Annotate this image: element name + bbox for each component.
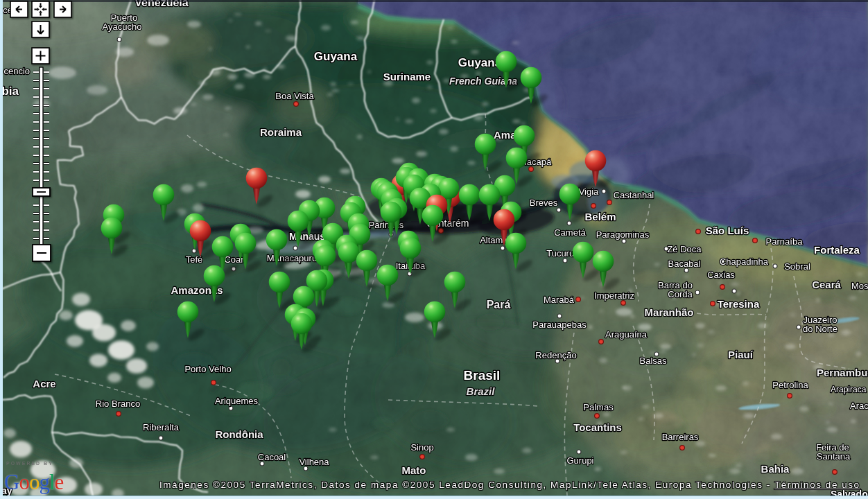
svg-text:Guyana: Guyana <box>314 50 358 63</box>
svg-text:Redenção: Redenção <box>535 350 576 360</box>
svg-text:Boa Vista: Boa Vista <box>275 91 314 101</box>
svg-text:Pernambuco: Pernambuco <box>817 367 868 378</box>
svg-text:Tucuruí: Tucuruí <box>546 248 577 259</box>
svg-text:Palmas: Palmas <box>583 402 614 412</box>
svg-text:Suriname: Suriname <box>383 71 431 82</box>
svg-text:Marabá: Marabá <box>544 295 575 305</box>
svg-text:Ariquemes: Ariquemes <box>215 396 259 406</box>
svg-text:Acre: Acre <box>33 378 55 389</box>
svg-text:Sinop: Sinop <box>410 442 433 453</box>
svg-text:Maranhão: Maranhão <box>645 306 694 318</box>
svg-text:Imperatriz: Imperatriz <box>594 290 634 301</box>
svg-text:Santana: Santana <box>817 451 851 462</box>
svg-text:Balsas: Balsas <box>639 356 667 366</box>
svg-text:Petrolina: Petrolina <box>772 380 808 390</box>
svg-text:Cacoal: Cacoal <box>258 452 286 462</box>
svg-text:Mossoró: Mossoró <box>851 281 868 291</box>
svg-text:Paragominas: Paragominas <box>596 229 650 240</box>
svg-text:Arapiraca: Arapiraca <box>831 385 867 394</box>
svg-text:Ayacucho: Ayacucho <box>103 21 142 32</box>
svg-text:Parauapebas: Parauapebas <box>532 319 587 330</box>
svg-text:Fortaleza: Fortaleza <box>814 244 860 256</box>
svg-text:Cametá: Cametá <box>554 227 586 238</box>
svg-text:Rondônia: Rondônia <box>215 428 263 440</box>
svg-text:Castanhal: Castanhal <box>614 190 654 200</box>
svg-text:São Luís: São Luís <box>706 225 749 236</box>
svg-text:Rio Branco: Rio Branco <box>96 399 140 409</box>
svg-text:Brazil: Brazil <box>467 385 496 397</box>
svg-text:Teresina: Teresina <box>718 298 760 310</box>
svg-text:Ceará: Ceará <box>812 279 841 290</box>
svg-text:Caxias: Caxias <box>707 270 735 280</box>
svg-text:Barreiras: Barreiras <box>662 432 699 442</box>
svg-text:Chapadinha: Chapadinha <box>720 256 769 267</box>
svg-text:Belém: Belém <box>584 211 616 222</box>
svg-text:Zé Doca: Zé Doca <box>667 244 702 254</box>
svg-text:do Norte: do Norte <box>803 324 837 334</box>
svg-text:Vilhena: Vilhena <box>299 457 329 467</box>
svg-text:Riberalta: Riberalta <box>143 422 180 432</box>
svg-text:Mato: Mato <box>402 464 426 476</box>
svg-text:Tocantins: Tocantins <box>573 421 622 433</box>
svg-text:Porto Velho: Porto Velho <box>184 364 231 374</box>
svg-text:Pará: Pará <box>487 299 511 310</box>
svg-text:Aracaju: Aracaju <box>850 401 868 411</box>
svg-text:Gurupi: Gurupi <box>566 455 593 466</box>
svg-text:Araguaína: Araguaína <box>605 329 648 340</box>
svg-text:Sobral: Sobral <box>784 261 810 272</box>
svg-text:Piauí: Piauí <box>728 349 754 360</box>
svg-text:Parnaíba: Parnaíba <box>766 236 804 247</box>
svg-text:Roraima: Roraima <box>260 126 302 138</box>
svg-text:Breves: Breves <box>530 198 558 208</box>
svg-text:Guyana: Guyana <box>458 56 502 69</box>
svg-text:Bahia: Bahia <box>761 463 790 475</box>
svg-text:Corda: Corda <box>668 289 693 299</box>
svg-text:Bacabal: Bacabal <box>668 259 701 269</box>
svg-text:Brasil: Brasil <box>464 368 501 383</box>
